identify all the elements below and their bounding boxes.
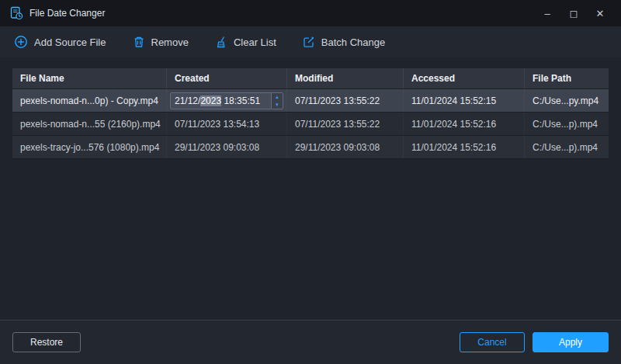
- add-source-file-button[interactable]: Add Source File: [14, 35, 106, 49]
- table-row[interactable]: pexels-nomad-n...0p) - Copy.mp4 21/12/20…: [12, 89, 609, 113]
- batch-change-button[interactable]: Batch Change: [303, 36, 385, 48]
- clear-list-label: Clear List: [234, 36, 276, 48]
- table-row[interactable]: pexels-nomad-n...55 (2160p).mp4 07/11/20…: [12, 113, 609, 136]
- created-date-value: 21/12/2023 18:35:51: [171, 93, 271, 109]
- cell-file-name: pexels-tracy-jo...576 (1080p).mp4: [12, 136, 167, 158]
- cell-modified: 29/11/2023 09:03:08: [287, 136, 404, 158]
- header-accessed: Accessed: [404, 68, 525, 88]
- cancel-button[interactable]: Cancel: [460, 332, 525, 352]
- cell-modified: 07/11/2023 13:55:22: [287, 89, 404, 112]
- trash-icon: [133, 36, 145, 48]
- header-file-path: File Path: [525, 68, 609, 88]
- toolbar: Add Source File Remove Clea: [0, 26, 621, 57]
- spinner-down-icon[interactable]: ▼: [272, 101, 283, 109]
- cell-file-path: C:/Use...p).mp4: [525, 136, 609, 158]
- created-date-prefix: 21/12/: [175, 95, 200, 106]
- edit-square-icon: [303, 36, 315, 48]
- file-clock-icon: [9, 6, 23, 20]
- restore-button[interactable]: Restore: [12, 332, 81, 352]
- window-controls: – ◻ ✕: [534, 2, 613, 24]
- spinner-up-icon[interactable]: ▲: [272, 93, 283, 101]
- cell-created: 07/11/2023 13:54:13: [167, 113, 287, 135]
- cell-accessed: 11/01/2024 15:52:16: [404, 113, 525, 135]
- cell-file-name: pexels-nomad-n...55 (2160p).mp4: [12, 113, 167, 135]
- footer-actions: Cancel Apply: [460, 332, 609, 352]
- cell-file-path: C:/Use...p).mp4: [525, 113, 609, 135]
- clear-list-button[interactable]: Clear List: [215, 36, 276, 48]
- created-date-suffix: 18:35:51: [221, 95, 260, 106]
- titlebar-left: File Date Changer: [9, 6, 105, 20]
- apply-button[interactable]: Apply: [533, 332, 609, 352]
- header-modified: Modified: [287, 68, 404, 88]
- header-file-name: File Name: [12, 68, 167, 88]
- minimize-button[interactable]: –: [534, 2, 560, 24]
- cell-file-name: pexels-nomad-n...0p) - Copy.mp4: [12, 89, 167, 112]
- batch-change-label: Batch Change: [321, 36, 385, 48]
- cell-modified: 07/11/2023 13:55:22: [287, 113, 404, 135]
- date-spinner: ▲ ▼: [271, 93, 283, 109]
- footer-bar: Restore Cancel Apply: [0, 320, 621, 364]
- add-circle-icon: [14, 35, 28, 49]
- window-title: File Date Changer: [29, 8, 105, 19]
- cell-created: 21/12/2023 18:35:51 ▲ ▼: [167, 89, 287, 112]
- broom-icon: [215, 36, 227, 48]
- cell-created: 29/11/2023 09:03:08: [167, 136, 287, 158]
- remove-label: Remove: [151, 36, 189, 48]
- cell-file-path: C:/Use...py.mp4: [525, 89, 609, 112]
- maximize-button[interactable]: ◻: [560, 2, 587, 24]
- titlebar: File Date Changer – ◻ ✕: [0, 0, 621, 26]
- table-header-row: File Name Created Modified Accessed File…: [12, 68, 609, 89]
- content-area: File Name Created Modified Accessed File…: [0, 57, 621, 320]
- file-table: File Name Created Modified Accessed File…: [12, 68, 609, 159]
- created-date-selected-segment: 2023: [200, 95, 221, 106]
- created-date-editor[interactable]: 21/12/2023 18:35:51 ▲ ▼: [170, 92, 283, 109]
- cell-accessed: 11/01/2024 15:52:16: [404, 136, 525, 158]
- table-row[interactable]: pexels-tracy-jo...576 (1080p).mp4 29/11/…: [12, 136, 609, 159]
- cell-accessed: 11/01/2024 15:52:15: [404, 89, 525, 112]
- remove-button[interactable]: Remove: [133, 36, 189, 48]
- add-source-file-label: Add Source File: [34, 36, 106, 48]
- close-button[interactable]: ✕: [587, 2, 613, 24]
- header-created: Created: [167, 68, 287, 88]
- app-window: File Date Changer – ◻ ✕ Add Source File: [0, 0, 621, 364]
